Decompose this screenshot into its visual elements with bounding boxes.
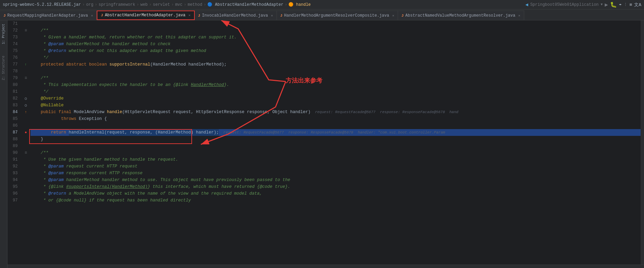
code-line-94: * @param handlerMethod handler method to… — [31, 177, 641, 183]
tab-close[interactable]: ✕ — [189, 13, 191, 17]
mark-74 — [22, 41, 29, 48]
line-num-93: 93 — [7, 170, 20, 177]
tab-invocable[interactable]: J InvocableHandlerMethod.java ✕ — [195, 11, 277, 20]
sidebar-tab-structure[interactable]: Z: Structure — [1, 54, 6, 82]
tab-label: AbstractHandlerMethodAdapter.java — [105, 13, 186, 18]
code-line-75: * @return whether or not this adapter ca… — [31, 48, 641, 54]
run-config-name[interactable]: Springboot05Web01Application — [530, 2, 599, 7]
mark-78 — [22, 68, 29, 75]
run-config: ◀ Springboot05Web01Application ▼ ▶ 🐛 ☂ ⋮… — [525, 1, 641, 8]
line-num-89: 89 — [7, 143, 20, 149]
crumb-class[interactable]: 🔵 AbstractHandlerMethodAdapter — [207, 2, 283, 7]
code-line-78 — [31, 68, 641, 75]
code-line-89 — [31, 143, 641, 149]
line-num-75: 75 — [7, 48, 20, 54]
tab-handler-composite[interactable]: J HandlerMethodArgumentResolverComposite… — [277, 11, 398, 20]
breadcrumb-bar: spring-webmvc-5.2.12.RELEASE.jar › org ›… — [0, 0, 644, 10]
line-num-84: 84 — [7, 109, 20, 115]
java-icon: J — [101, 13, 103, 17]
line-num-85: 85 — [7, 115, 20, 122]
tab-close[interactable]: ✕ — [91, 14, 93, 18]
debug-button[interactable]: 🐛 — [610, 1, 617, 8]
line-num-71: 71 — [7, 20, 20, 27]
tab-label: HandlerMethodArgumentResolverComposite.j… — [284, 13, 389, 18]
code-content: 71 72 73 74 75 76 77 78 79 80 81 82 83 8… — [7, 20, 644, 265]
navigate-back-icon[interactable]: ◀ — [525, 2, 528, 7]
crumb-jar[interactable]: spring-webmvc-5.2.12.RELEASE.jar — [3, 2, 81, 7]
mark-96 — [22, 190, 29, 197]
line-num-73: 73 — [7, 34, 20, 41]
crumb-handle-method[interactable]: 🟠 handle — [288, 2, 310, 7]
crumb-mvc[interactable]: mvc — [175, 2, 183, 7]
mark-88 — [22, 136, 29, 143]
code-line-84: public final ModelAndView handle(HttpSer… — [31, 109, 641, 115]
code-line-79: /** — [31, 75, 641, 82]
mark-87: ● — [22, 129, 29, 136]
tab-abstract-named[interactable]: J AbstractNamedValueMethodArgumentResolv… — [398, 11, 524, 20]
code-lines[interactable]: /** * Given a handler method, return whe… — [29, 20, 641, 265]
editor-area[interactable]: 71 72 73 74 75 76 77 78 79 80 81 82 83 8… — [7, 20, 644, 268]
line-num-80: 80 — [7, 82, 20, 88]
crumb-servlet[interactable]: servlet — [153, 2, 170, 7]
run-button[interactable]: ▶ — [605, 1, 608, 8]
mark-84: ↑ — [22, 109, 29, 115]
tab-close[interactable]: ✕ — [271, 14, 273, 18]
line-num-83: 83 — [7, 102, 20, 109]
tab-abstract-handler[interactable]: J AbstractHandlerMethodAdapter.java ✕ — [97, 11, 194, 20]
sidebar-tab-project[interactable]: 1: Project — [1, 22, 6, 46]
translate-icon[interactable]: 文A — [634, 2, 641, 8]
coverage-button[interactable]: ☂ — [619, 2, 622, 7]
code-line-71 — [31, 20, 641, 27]
mark-97 — [22, 197, 29, 204]
bottom-scrollbar[interactable] — [7, 265, 644, 268]
mark-89 — [22, 143, 29, 149]
code-line-93: * @param response current HTTP response — [31, 170, 641, 177]
tabs-bar: J RequestMappingHandlerAdapter.java ✕ J … — [0, 10, 644, 20]
mark-77: ↑ — [22, 61, 29, 68]
mark-80 — [22, 82, 29, 88]
line-num-79: 79 — [7, 75, 20, 82]
mark-92 — [22, 163, 29, 170]
code-line-97: * or {@code null} if the request has bee… — [31, 197, 641, 204]
java-icon: J — [401, 14, 404, 18]
line-num-86: 86 — [7, 122, 20, 129]
tab-label: AbstractNamedValueMethodArgumentResolver… — [405, 13, 515, 18]
mark-73 — [22, 34, 29, 41]
code-line-72: /** — [31, 27, 641, 34]
code-line-92: * @param request current HTTP request — [31, 163, 641, 170]
tab-request-mapping[interactable]: J RequestMappingHandlerAdapter.java ✕ — [0, 11, 97, 20]
code-line-87: return handleInternal(request, response,… — [31, 129, 641, 136]
line-num-92: 92 — [7, 163, 20, 170]
mark-90: ≡ — [22, 149, 29, 156]
line-num-94: 94 — [7, 177, 20, 183]
code-line-76: */ — [31, 54, 641, 61]
run-config-dropdown[interactable]: ▼ — [601, 3, 603, 6]
tab-close[interactable]: ✕ — [518, 14, 520, 18]
code-line-74: * @param handlerMethod the handler metho… — [31, 41, 641, 48]
code-line-86 — [31, 122, 641, 129]
crumb-org[interactable]: org — [86, 2, 94, 7]
mark-94 — [22, 177, 29, 183]
mark-82: ◯ — [22, 95, 29, 102]
tab-close[interactable]: ✕ — [392, 14, 394, 18]
mark-75 — [22, 48, 29, 54]
java-icon: J — [198, 14, 201, 18]
right-scrollbar[interactable] — [641, 20, 644, 265]
stop-button[interactable]: ■ — [629, 2, 632, 7]
line-num-88: 88 — [7, 136, 20, 143]
code-line-82: @Override — [31, 95, 641, 102]
more-actions-button[interactable]: ⋮ — [624, 2, 627, 7]
code-line-81: */ — [31, 88, 641, 95]
mark-81 — [22, 88, 29, 95]
crumb-web[interactable]: web — [140, 2, 148, 7]
crumb-springframework[interactable]: springframework — [98, 2, 135, 7]
code-line-73: * Given a handler method, return whether… — [31, 34, 641, 41]
crumb-method[interactable]: method — [188, 2, 202, 7]
line-num-97: 97 — [7, 197, 20, 204]
tab-label: InvocableHandlerMethod.java — [202, 13, 268, 18]
mark-71 — [22, 20, 29, 27]
code-line-90: /** — [31, 149, 641, 156]
code-line-91: * Use the given handler method to handle… — [31, 156, 641, 163]
code-line-77: protected abstract boolean supportsInter… — [31, 61, 641, 68]
mark-86 — [22, 122, 29, 129]
